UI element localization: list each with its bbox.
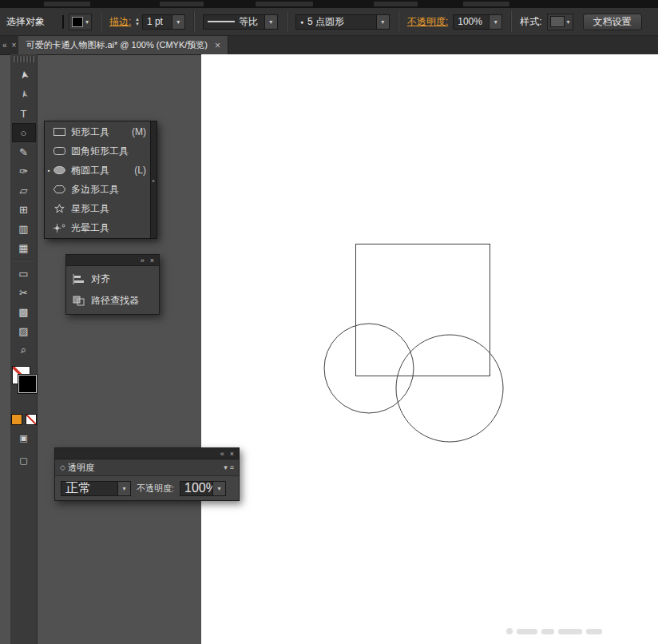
blend-mode-dropdown[interactable]: 正常 ▾ [61,481,131,496]
flyout-item-rounded-rectangle-tool[interactable]: 圆角矩形工具 [45,141,150,161]
gradient-tool[interactable]: ▨ [12,321,36,340]
stroke-swatch-black[interactable] [18,375,37,393]
fill-none-swatch[interactable] [62,15,64,29]
selected-marker: ▪ [45,168,53,173]
stroke-color-dropdown[interactable]: ▾ [69,14,92,30]
control-bar: 选择对象 ▾ 描边: ▴ ▾ 1 pt ▾ 等比 ▾ ● 5 点圆形 ▾ 不透明… [0,8,658,36]
transparency-panel-title: 透明度 [68,462,94,474]
artwork [201,54,658,644]
mesh-tool[interactable]: ▩ [12,302,36,321]
document-tab[interactable]: 可爱的卡通人物图标.ai* @ 100% (CMYK/预览) × [18,36,228,54]
brush-definition-dropdown[interactable]: ● 5 点圆形 ▾ [295,14,390,30]
style-dropdown[interactable]: ▾ [547,14,573,30]
flyout-item-label: 多边形工具 [71,183,119,197]
menubar-fragment [463,2,509,6]
transparency-opacity-dropdown[interactable]: 100% ▾ [180,481,226,496]
close-icon[interactable]: × [230,450,234,458]
panel-cycle-icon[interactable]: ◇ [60,463,65,471]
app-menubar [0,0,658,8]
stroke-weight-value: 1 pt [143,16,172,27]
illustrator-window: 选择对象 ▾ 描边: ▴ ▾ 1 pt ▾ 等比 ▾ ● 5 点圆形 ▾ 不透明… [0,0,658,644]
panel-menu-button[interactable]: ▾ ≡ [224,463,234,471]
draw-mode-button[interactable]: ▣ [12,428,36,447]
flyout-tearoff-strip[interactable]: ▸ [150,121,157,238]
panel-header: « × [55,448,239,459]
pathfinder-panel-tab[interactable]: 路径查找器 [66,290,159,312]
stepper-down-icon[interactable]: ▾ [136,22,139,26]
stroke-weight-dropdown[interactable]: 1 pt ▾ [142,14,185,30]
slice-tool[interactable]: ✂ [12,283,36,302]
color-swatch-none[interactable] [26,414,37,425]
column-graph-tool[interactable]: ▥ [12,219,36,238]
direct-selection-tool[interactable]: ➣ [12,81,35,108]
flyout-item-flare-tool[interactable]: 光晕工具 [45,218,150,237]
flyout-item-label: 矩形工具 [71,125,109,139]
stroke-profile-preview [208,21,235,22]
flyout-item-polygon-tool[interactable]: 多边形工具 [45,180,150,199]
ellipse-tool[interactable]: ○ [12,123,36,142]
menubar-fragment [160,2,204,6]
chevron-down-icon: ▾ [117,482,130,495]
expand-icon[interactable]: » [141,256,145,264]
dock-close-icon[interactable]: × [10,36,19,54]
width-profile-dropdown[interactable]: 等比 ▾ [203,14,278,30]
chevron-down-icon: ▾ [264,15,277,29]
right-circle-path[interactable] [396,335,503,442]
free-transform-tool[interactable]: ▱ [12,181,36,200]
flyout-item-ellipse-tool[interactable]: ▪ 椭圆工具 (L) [45,161,150,180]
menubar-fragment [374,2,418,6]
paintbrush-tool[interactable]: ✑ [12,161,36,181]
color-swatch-orange[interactable] [11,414,22,425]
stroke-weight-stepper[interactable]: ▴ ▾ [136,17,139,26]
panel-body: 对齐 路径查找器 [66,266,159,314]
brush-name-value: 5 点圆形 [303,15,376,29]
ellipse-icon [53,165,66,175]
style-label: 样式: [520,15,541,29]
align-panel-label: 对齐 [91,272,110,286]
opacity-dropdown[interactable]: 100% ▾ [453,14,502,30]
perspective-grid-tool[interactable]: ▦ [12,238,36,257]
flare-icon [53,223,66,233]
type-tool[interactable]: T [12,104,36,123]
tab-close-icon[interactable]: × [215,40,220,51]
menu-icon: ≡ [230,463,234,471]
stroke-panel-link[interactable]: 描边: [109,15,131,29]
separator [398,11,399,32]
pencil-tool[interactable]: ✎ [12,142,36,161]
chevron-down-icon: ▾ [212,482,225,495]
chevron-down-icon: ▾ [85,18,89,26]
artboard-canvas[interactable] [201,54,658,644]
menubar-fragment [256,2,313,6]
square-path[interactable] [356,244,490,376]
document-setup-button[interactable]: 文档设置 [583,14,642,30]
shape-builder-tool[interactable]: ⊞ [12,200,36,219]
flyout-item-rectangle-tool[interactable]: 矩形工具 (M) [45,122,150,141]
chevron-down-icon: ▾ [224,463,228,471]
opacity-panel-link[interactable]: 不透明度: [407,15,448,29]
artboard-tool[interactable]: ▭ [12,264,36,283]
align-panel-tab[interactable]: 对齐 [66,268,159,290]
arrow-right-icon: ▸ [153,177,155,183]
separator [510,11,512,32]
transparency-panel-tab[interactable]: ◇ 透明度 ▾ ≡ [55,459,239,476]
flyout-item-label: 光晕工具 [71,221,109,235]
blend-mode-value: 正常 [61,480,117,497]
transparency-panel-content: 正常 ▾ 不透明度: 100% ▾ [55,476,239,500]
flyout-item-label: 星形工具 [71,202,109,216]
zoom-tool[interactable]: ⌕ [12,340,36,360]
screen-mode-button[interactable]: ▢ [12,451,36,470]
stroke-color-swatch [72,17,83,27]
flyout-item-star-tool[interactable]: 星形工具 [45,199,150,218]
chevron-down-icon: ▾ [567,18,570,26]
separator [100,11,101,32]
transparency-panel: « × ◇ 透明度 ▾ ≡ 正常 ▾ 不透明度: 100% ▾ [54,447,240,501]
collapse-icon[interactable]: « [220,450,224,458]
dock-collapse-icon[interactable]: « [0,36,10,54]
document-tab-title: 可爱的卡通人物图标.ai* @ 100% (CMYK/预览) [26,39,208,51]
close-icon[interactable]: × [150,256,154,264]
pathfinder-panel-label: 路径查找器 [91,294,139,308]
tools-panel: ➤ ➣ T ○ ✎ ✑ ▱ ⊞ ▥ ▦ ▭ ✂ ▩ ▨ ⌕ ▣ ▢ [10,54,38,644]
separator [286,11,287,32]
opacity-value: 100% [454,16,489,27]
toolbar-divider [14,260,34,261]
